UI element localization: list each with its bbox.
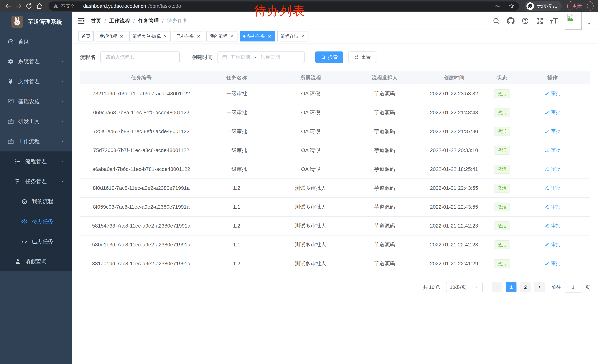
tab[interactable]: 流程详情 bbox=[277, 31, 308, 41]
sidebar-item[interactable]: ¥ 支付管理 bbox=[0, 72, 72, 91]
start-date-placeholder[interactable]: 开始日期 bbox=[231, 54, 250, 61]
pencil-icon bbox=[544, 242, 549, 247]
create-time-cell: 2022-01-21 22:42:23 bbox=[419, 217, 489, 235]
action-cell: 审批 bbox=[515, 84, 590, 103]
sidebar-item[interactable]: 请假查询 bbox=[0, 251, 72, 271]
chevron-down-icon bbox=[61, 139, 66, 144]
process-cell: OA 请假 bbox=[271, 103, 350, 122]
close-icon[interactable] bbox=[267, 34, 272, 39]
approve-link[interactable]: 审批 bbox=[544, 222, 561, 229]
font-size-icon[interactable]: TT bbox=[550, 17, 558, 25]
task-id-cell: 8f0d1619-7ac8-11ec-a9e2-a2380e71991a bbox=[80, 179, 202, 198]
forward-icon[interactable] bbox=[15, 2, 22, 10]
eye-icon bbox=[21, 218, 28, 225]
sidebar-item[interactable]: 待办任务 bbox=[0, 211, 72, 231]
sidebar-item[interactable]: 任务管理 bbox=[0, 171, 72, 191]
url-path: /bpm/task/todo bbox=[148, 3, 181, 9]
approve-link[interactable]: 审批 bbox=[544, 166, 561, 172]
close-icon[interactable] bbox=[119, 34, 124, 39]
tab[interactable]: 发起流程 bbox=[96, 31, 127, 41]
column-header: 状态 bbox=[489, 72, 515, 84]
sidebar-collapse-icon[interactable] bbox=[77, 17, 85, 25]
sidebar-item[interactable]: 研发工具 bbox=[0, 112, 72, 131]
breadcrumb-item[interactable]: 任务管理 bbox=[138, 17, 167, 24]
status-badge: 激活 bbox=[494, 202, 510, 211]
breadcrumb-item[interactable]: 待办任务 bbox=[167, 17, 188, 24]
approve-link[interactable]: 审批 bbox=[544, 185, 561, 191]
close-icon[interactable] bbox=[163, 34, 167, 39]
starter-cell: 芋道源码 bbox=[350, 198, 419, 217]
prev-page-button[interactable] bbox=[492, 282, 502, 292]
avatar-caret-icon[interactable] bbox=[587, 21, 592, 26]
sidebar-item-label: 首页 bbox=[18, 38, 29, 45]
task-name-cell: 1.1 bbox=[202, 198, 271, 217]
create-time-label: 创建时间 bbox=[192, 54, 213, 61]
list-icon bbox=[15, 158, 21, 165]
reload-icon[interactable] bbox=[25, 2, 33, 10]
next-page-button[interactable] bbox=[534, 282, 545, 292]
approve-link[interactable]: 审批 bbox=[544, 147, 561, 153]
sidebar-item[interactable]: 我的流程 bbox=[0, 191, 72, 211]
sidebar-item-label: 工作流程 bbox=[18, 138, 40, 145]
close-icon[interactable] bbox=[196, 34, 201, 39]
column-header: 任务名称 bbox=[202, 72, 271, 84]
page-button[interactable]: 1 bbox=[506, 282, 516, 292]
status-badge: 激活 bbox=[494, 127, 510, 136]
tab[interactable]: 我的流程 bbox=[206, 31, 238, 41]
reset-button[interactable]: 重置 bbox=[349, 51, 376, 63]
goto-page-input[interactable] bbox=[564, 282, 582, 292]
approve-link[interactable]: 审批 bbox=[544, 90, 561, 97]
avatar[interactable] bbox=[565, 12, 582, 30]
task-id-cell: 069c6a63-7b8a-11ec-8ef0-acde48001122 bbox=[80, 103, 202, 122]
menu-dots-icon[interactable] bbox=[585, 3, 590, 9]
address-bar[interactable]: 不安全 dashboard.yudao.iocoder.cn/bpm/task/… bbox=[49, 1, 519, 11]
search-icon[interactable] bbox=[492, 17, 500, 25]
tab[interactable]: 流程表单-编辑 bbox=[129, 31, 171, 41]
sidebar-item[interactable]: 基础设施 bbox=[0, 91, 72, 112]
page-size-select[interactable]: 10条/页 bbox=[446, 282, 483, 292]
browser-update-button[interactable]: 更新 bbox=[567, 1, 594, 11]
tab[interactable]: 首页 bbox=[78, 31, 94, 41]
close-icon[interactable] bbox=[301, 34, 305, 39]
sidebar-item[interactable]: 首页 bbox=[0, 32, 72, 51]
key-icon[interactable] bbox=[495, 3, 501, 9]
github-icon[interactable] bbox=[507, 17, 515, 25]
help-icon[interactable] bbox=[521, 17, 529, 25]
create-time-cell: 2022-01-22 20:33:10 bbox=[419, 141, 489, 160]
create-time-cell: 2022-01-21 22:42:23 bbox=[419, 235, 489, 254]
process-cell: 测试多审批人 bbox=[271, 235, 350, 254]
search-button[interactable]: 搜索 bbox=[315, 51, 343, 63]
sidebar-item[interactable]: 已办任务 bbox=[0, 231, 72, 251]
status-badge: 激活 bbox=[494, 184, 510, 193]
warning-icon[interactable] bbox=[53, 3, 58, 9]
tab[interactable]: 已办任务 bbox=[173, 31, 204, 41]
date-range-picker[interactable]: 开始日期 - 结束日期 bbox=[217, 51, 305, 63]
action-cell: 审批 bbox=[515, 103, 590, 122]
bookmark-star-icon[interactable] bbox=[508, 3, 515, 9]
action-cell: 审批 bbox=[515, 235, 590, 254]
sidebar-item[interactable]: 流程管理 bbox=[0, 152, 72, 171]
fullscreen-icon[interactable] bbox=[536, 17, 544, 25]
task-id-cell: 725a1eb6-7b88-11ec-8ef0-acde48001122 bbox=[80, 122, 202, 141]
breadcrumb-item[interactable]: 首页 bbox=[91, 17, 109, 24]
page-button[interactable]: 2 bbox=[520, 282, 531, 292]
approve-link[interactable]: 审批 bbox=[544, 128, 561, 134]
approve-link[interactable]: 审批 bbox=[544, 109, 561, 115]
breadcrumb: 首页 工作流程 任务管理 待办任务 bbox=[91, 17, 188, 24]
process-name-input[interactable] bbox=[100, 51, 180, 63]
column-header: 所属流程 bbox=[271, 72, 350, 84]
approve-link[interactable]: 审批 bbox=[544, 241, 561, 248]
back-icon[interactable] bbox=[4, 2, 12, 10]
approve-link[interactable]: 审批 bbox=[544, 260, 561, 267]
tab-label: 首页 bbox=[82, 33, 91, 39]
breadcrumb-item[interactable]: 工作流程 bbox=[109, 17, 138, 24]
sidebar-item-label: 已办任务 bbox=[32, 238, 53, 245]
home-icon[interactable] bbox=[36, 2, 43, 10]
approve-link[interactable]: 审批 bbox=[544, 203, 561, 210]
sidebar-item[interactable]: 工作流程 bbox=[0, 131, 72, 152]
url-divider bbox=[79, 4, 79, 9]
tab[interactable]: 待办任务 bbox=[240, 31, 275, 41]
sidebar-item[interactable]: 系统管理 bbox=[0, 51, 72, 72]
end-date-placeholder[interactable]: 结束日期 bbox=[261, 54, 280, 61]
close-icon[interactable] bbox=[230, 34, 234, 39]
